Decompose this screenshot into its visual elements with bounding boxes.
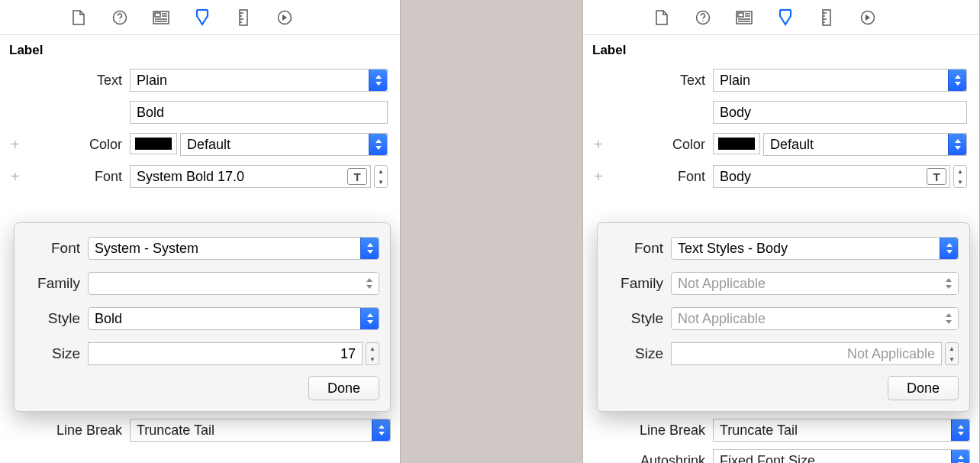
pop-font-select[interactable]: System - System: [88, 237, 379, 260]
autoshrink-label: Autoshrink: [621, 453, 713, 464]
svg-rect-3: [155, 13, 160, 17]
text-value-input[interactable]: [130, 101, 388, 124]
attributes-tab-icon[interactable]: [777, 9, 794, 26]
linebreak-label: Line Break: [38, 423, 130, 439]
size-tab-icon[interactable]: [818, 9, 835, 26]
svg-rect-9: [240, 10, 247, 25]
section-title: Label: [583, 35, 979, 64]
text-value-input[interactable]: [713, 101, 967, 124]
chevron-updown-icon: [940, 273, 958, 294]
svg-point-1: [119, 20, 121, 21]
pop-font-label: Font: [608, 240, 671, 257]
pop-style-select[interactable]: Not Applicable: [671, 307, 959, 330]
chevron-updown-icon: [369, 134, 387, 155]
svg-rect-24: [823, 10, 830, 25]
font-stepper[interactable]: ▲▼: [374, 165, 388, 188]
linebreak-select[interactable]: Truncate Tail: [713, 419, 970, 442]
font-picker-icon[interactable]: T: [347, 168, 367, 185]
pop-font-select[interactable]: Text Styles - Body: [671, 237, 959, 260]
color-select[interactable]: Default: [180, 133, 388, 156]
done-button[interactable]: Done: [888, 376, 959, 400]
identity-tab-icon[interactable]: [736, 9, 753, 26]
chevron-updown-icon: [940, 308, 958, 329]
size-stepper[interactable]: ▲▼: [945, 342, 959, 365]
chevron-updown-icon: [360, 238, 379, 259]
size-tab-icon[interactable]: [235, 9, 252, 26]
inspector-tabbar: [0, 0, 400, 35]
help-tab-icon[interactable]: [111, 9, 128, 26]
pop-font-label: Font: [25, 240, 88, 257]
identity-tab-icon[interactable]: [153, 9, 169, 26]
text-label: Text: [583, 73, 713, 89]
autoshrink-select[interactable]: Fixed Font Size: [713, 449, 970, 463]
done-button[interactable]: Done: [308, 376, 379, 400]
add-icon[interactable]: +: [594, 168, 603, 186]
font-popover: Font Text Styles - Body Family Not Appli…: [597, 222, 970, 412]
linebreak-select[interactable]: Truncate Tail: [130, 419, 391, 442]
text-mode-select[interactable]: Plain: [713, 69, 967, 92]
pop-style-label: Style: [608, 310, 671, 327]
pop-family-select[interactable]: [88, 272, 379, 295]
pop-size-input[interactable]: [671, 342, 942, 365]
pop-family-label: Family: [608, 275, 671, 292]
file-tab-icon[interactable]: [653, 9, 670, 26]
font-field[interactable]: System Bold 17.0 T: [130, 165, 371, 188]
chevron-updown-icon: [369, 70, 387, 91]
chevron-updown-icon: [951, 419, 969, 441]
font-picker-icon[interactable]: T: [927, 168, 946, 185]
add-icon[interactable]: +: [11, 168, 20, 186]
inspector-panel-left: Label Text Plain + Color: [0, 0, 401, 463]
add-icon[interactable]: +: [594, 136, 603, 154]
text-label: Text: [0, 73, 130, 89]
inspector-panel-right: Label Text Plain + Color: [582, 0, 980, 463]
chevron-updown-icon: [948, 70, 966, 91]
color-swatch[interactable]: [713, 133, 760, 154]
size-stepper[interactable]: ▲▼: [366, 342, 379, 365]
pop-size-label: Size: [608, 345, 671, 362]
help-tab-icon[interactable]: [695, 9, 711, 26]
font-field[interactable]: Body T: [713, 165, 950, 188]
add-icon[interactable]: +: [11, 136, 20, 154]
attributes-tab-icon[interactable]: [194, 9, 211, 26]
pop-family-label: Family: [25, 275, 88, 292]
section-title: Label: [0, 35, 400, 64]
font-popover: Font System - System Family: [14, 222, 391, 412]
connections-tab-icon[interactable]: [276, 9, 293, 26]
linebreak-label: Line Break: [621, 423, 713, 439]
color-select[interactable]: Default: [763, 133, 967, 156]
pop-style-label: Style: [25, 310, 88, 327]
chevron-updown-icon: [948, 134, 966, 155]
text-mode-select[interactable]: Plain: [130, 69, 388, 92]
pop-size-label: Size: [25, 345, 88, 362]
chevron-updown-icon: [360, 308, 379, 329]
connections-tab-icon[interactable]: [859, 9, 876, 26]
svg-rect-18: [738, 13, 743, 17]
pop-style-select[interactable]: Bold: [88, 307, 379, 330]
inspector-tabbar: [583, 0, 979, 35]
svg-point-16: [702, 20, 704, 21]
gap: [401, 0, 582, 463]
chevron-updown-icon: [951, 450, 969, 463]
chevron-updown-icon: [940, 238, 958, 259]
pop-size-input[interactable]: [88, 342, 363, 365]
file-tab-icon[interactable]: [70, 9, 87, 26]
chevron-updown-icon: [360, 273, 379, 294]
font-stepper[interactable]: ▲▼: [953, 165, 967, 188]
color-swatch[interactable]: [130, 133, 177, 154]
pop-family-select[interactable]: Not Applicable: [671, 272, 959, 295]
chevron-updown-icon: [372, 419, 390, 441]
